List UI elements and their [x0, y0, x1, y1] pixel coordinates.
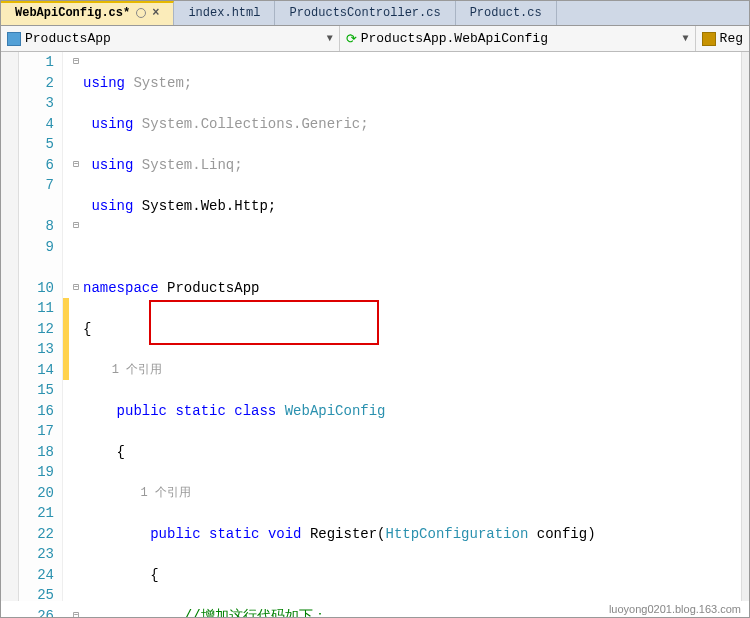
nav-bar: ProductsApp ▼ ⟳ ProductsApp.WebApiConfig…: [1, 26, 749, 52]
scroll-indicator[interactable]: [741, 52, 749, 601]
outline-gutter[interactable]: ⊟⊟⊟⊟⊟: [69, 52, 83, 601]
tab-bar: WebApiConfig.cs* × index.html ProductsCo…: [1, 1, 749, 26]
nav-member-dropdown[interactable]: ⟳ ProductsApp.WebApiConfig ▼: [340, 26, 696, 51]
code-area[interactable]: using System; using System.Collections.G…: [83, 52, 741, 601]
watermark: luoyong0201.blog.163.com: [609, 603, 741, 615]
code-editor[interactable]: 1234567891011121314151617181920212223242…: [1, 52, 749, 601]
tab-productscontroller[interactable]: ProductsController.cs: [275, 1, 455, 25]
tab-index[interactable]: index.html: [174, 1, 275, 25]
chevron-down-icon: ▼: [683, 33, 689, 44]
tab-product[interactable]: Product.cs: [456, 1, 557, 25]
nav-reg-label: Reg: [720, 31, 743, 46]
csharp-icon: [7, 32, 21, 46]
tab-label: ProductsController.cs: [289, 6, 440, 20]
line-number-gutter: 1234567891011121314151617181920212223242…: [19, 52, 63, 601]
chevron-down-icon: ▼: [327, 33, 333, 44]
close-icon[interactable]: ×: [152, 6, 159, 20]
tab-label: WebApiConfig.cs*: [15, 6, 130, 20]
pin-icon[interactable]: [136, 8, 146, 18]
refresh-icon: ⟳: [346, 31, 357, 47]
tab-label: index.html: [188, 6, 260, 20]
breakpoint-gutter[interactable]: [1, 52, 19, 601]
nav-region[interactable]: Reg: [696, 26, 749, 51]
method-icon: [702, 32, 716, 46]
tab-webapiconfig[interactable]: WebApiConfig.cs* ×: [1, 1, 174, 25]
nav-type-dropdown[interactable]: ProductsApp ▼: [1, 26, 340, 51]
tab-label: Product.cs: [470, 6, 542, 20]
nav-right-label: ProductsApp.WebApiConfig: [361, 31, 548, 46]
nav-left-label: ProductsApp: [25, 31, 111, 46]
